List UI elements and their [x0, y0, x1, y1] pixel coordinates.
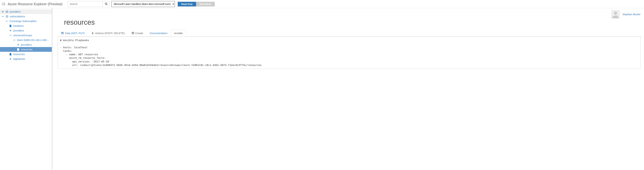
file-icon [9, 24, 12, 27]
tree-label: learn-fa981191-c8c1-43d1-9d73-71eec9c5f7… [17, 38, 50, 42]
svg-point-19 [62, 32, 64, 32]
tree-label: providers [13, 29, 24, 32]
plus-icon [9, 29, 12, 32]
tree-label: resources [13, 53, 25, 56]
tab-label: Data (GET, PUT) [65, 32, 85, 35]
file-icon [17, 48, 20, 51]
file-icon [9, 53, 12, 56]
tab-label: Ansible [174, 32, 183, 35]
tree-item-resourcegroups[interactable]: resourceGroups [0, 33, 52, 38]
avatar [611, 10, 620, 18]
tree-label: providers [10, 10, 21, 13]
code-panel: # Ansible Playbooks - hosts: localhost t… [58, 36, 640, 69]
database-icon [61, 32, 64, 35]
app-title: Azure Resource Explorer (Preview) [8, 2, 62, 6]
svg-line-5 [107, 4, 108, 5]
tree-item-learn-fa981191-c8c1-43d1-9d73-71eec9c5f74c[interactable]: learn-fa981191-c8c1-43d1-9d73-71eec9c5f7… [0, 38, 52, 42]
cube-icon [6, 10, 8, 13]
tree-item-concierge-subscription[interactable]: Concierge Subscription [0, 19, 52, 24]
svg-point-4 [105, 3, 107, 4]
cube-icon [6, 15, 8, 18]
read-only-button[interactable]: Read Only [178, 2, 196, 6]
header-bar: Azure Resource Explorer (Preview) Micros… [0, 0, 644, 8]
svg-point-20 [132, 32, 134, 32]
main-content: Stephan Bester resources Data (GET, PUT)… [52, 8, 644, 170]
plus-icon [17, 43, 20, 46]
search-icon [105, 2, 108, 6]
tab-label: Actions (POST, DELETE) [95, 32, 125, 35]
svg-point-18 [614, 12, 617, 15]
read-write-button[interactable]: Read/Write [196, 2, 215, 6]
tree-item-locations[interactable]: locations [0, 24, 52, 28]
tab-documentation[interactable]: Documentation [146, 30, 171, 36]
page-title: resources [54, 18, 642, 30]
user-info: Stephan Bester [54, 8, 642, 18]
plus-icon [9, 58, 12, 60]
tree-label: subscriptions [10, 15, 25, 18]
search-button[interactable] [103, 1, 110, 7]
main-layout: providerssubscriptionsConcierge Subscrip… [0, 8, 644, 170]
tree-item-subscriptions[interactable]: subscriptions [0, 14, 52, 19]
minus-icon [2, 15, 4, 18]
app-logo-icon [2, 2, 6, 6]
tab-actions[interactable]: Actions (POST, DELETE) [88, 30, 128, 36]
tree-item-tagnames[interactable]: tagNames [0, 56, 52, 61]
minus-icon [13, 39, 16, 42]
search-input[interactable] [68, 1, 103, 7]
subscription-select[interactable]: Microsoft Learn Sandbox (learn.docs.micr… [112, 1, 175, 7]
plus-icon [2, 10, 4, 13]
tree-label: Concierge Subscription [10, 20, 36, 22]
user-name[interactable]: Stephan Bester [622, 13, 640, 16]
tree-item-resources[interactable]: resources [0, 52, 52, 56]
tab-label: Documentation [150, 32, 168, 35]
tab-ansible[interactable]: Ansible [171, 30, 186, 36]
sidebar-tree: providerssubscriptionsConcierge Subscrip… [0, 8, 52, 170]
tree-label: providers [21, 43, 32, 46]
tree-label: resources [21, 48, 32, 51]
tree-label: locations [13, 24, 24, 27]
tree-label: resourceGroups [13, 34, 32, 37]
tree-item-providers[interactable]: providers [0, 28, 52, 33]
tree-item-providers[interactable]: providers [0, 42, 52, 47]
database-icon [132, 32, 134, 35]
mode-toggle: Read Only Read/Write [178, 2, 215, 6]
tree-label: tagNames [13, 57, 25, 60]
search-group [68, 1, 110, 7]
minus-icon [5, 20, 8, 22]
minus-icon [9, 34, 12, 37]
tab-data[interactable]: Data (GET, PUT) [58, 30, 88, 36]
tree-item-resources[interactable]: resources [0, 47, 52, 52]
tab-bar: Data (GET, PUT) Actions (POST, DELETE) C… [58, 30, 642, 36]
bolt-icon [91, 32, 94, 35]
tab-label: Create [136, 32, 143, 35]
tab-create[interactable]: Create [128, 30, 146, 36]
tree-item-providers[interactable]: providers [0, 9, 52, 14]
